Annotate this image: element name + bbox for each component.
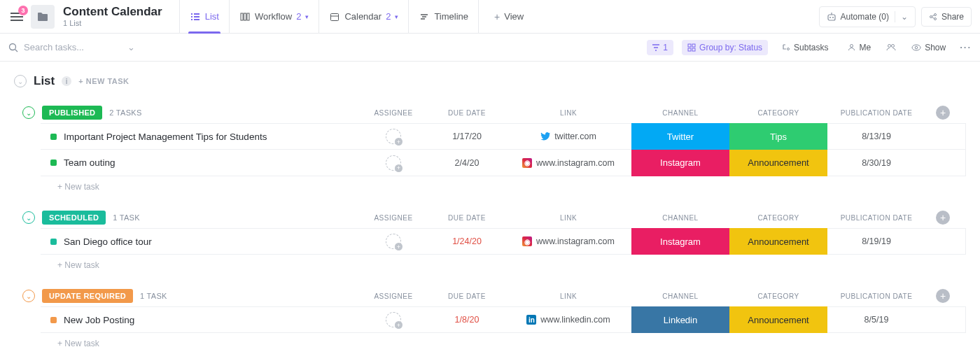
- column-header-due: DUE DATE: [428, 109, 505, 117]
- svg-rect-7: [244, 13, 246, 20]
- due-date[interactable]: 2/4/20: [428, 158, 505, 168]
- tab-list[interactable]: List: [179, 0, 230, 34]
- assignee-add-icon[interactable]: [386, 155, 401, 171]
- search-icon: [8, 43, 18, 52]
- column-header-link: LINK: [505, 292, 631, 300]
- svg-line-24: [15, 49, 18, 52]
- channel-tag[interactable]: Twitter: [631, 123, 729, 150]
- timeline-icon: [419, 11, 430, 22]
- column-header-assignee: ASSIGNEE: [358, 109, 428, 117]
- new-task-button[interactable]: + New task: [22, 255, 966, 270]
- new-task-button[interactable]: + New task: [22, 176, 966, 192]
- link-cell[interactable]: ◉www.instagram.com: [505, 158, 631, 168]
- svg-point-18: [930, 15, 932, 17]
- publication-date[interactable]: 8/5/19: [827, 315, 925, 325]
- add-column-button[interactable]: +: [936, 211, 950, 225]
- filter-button[interactable]: 1: [647, 40, 673, 55]
- svg-point-16: [832, 17, 834, 18]
- publication-date[interactable]: 8/19/19: [827, 236, 925, 246]
- add-view-button[interactable]: + View: [484, 0, 533, 34]
- category-tag[interactable]: Announcement: [729, 228, 827, 255]
- share-button[interactable]: Share: [921, 7, 972, 27]
- svg-rect-28: [692, 48, 695, 51]
- task-row[interactable]: San Diego office tour1/24/20◉www.instagr…: [41, 228, 966, 255]
- svg-line-22: [932, 17, 934, 18]
- add-column-button[interactable]: +: [936, 289, 950, 303]
- task-row[interactable]: New Job Posting1/8/20inwww.linkedin.comL…: [41, 306, 966, 333]
- due-date[interactable]: 1/8/20: [428, 315, 505, 325]
- category-tag[interactable]: Announcement: [729, 306, 827, 333]
- svg-point-33: [912, 45, 920, 50]
- collapse-group-icon[interactable]: ⌄: [22, 290, 35, 302]
- column-header-due: DUE DATE: [428, 214, 505, 222]
- column-header-link: LINK: [505, 214, 631, 222]
- group-by-button[interactable]: Group by: Status: [682, 40, 768, 55]
- instagram-icon: ◉: [522, 236, 532, 246]
- collapse-group-icon[interactable]: ⌄: [22, 106, 35, 119]
- link-cell[interactable]: ◉www.instagram.com: [505, 236, 631, 246]
- page-title: Content Calendar: [63, 6, 162, 19]
- svg-point-31: [888, 45, 891, 48]
- column-header-category: CATEGORY: [729, 292, 827, 300]
- more-menu[interactable]: ···: [960, 42, 972, 52]
- column-header-channel: CHANNEL: [631, 214, 729, 222]
- svg-rect-0: [191, 13, 192, 15]
- svg-rect-6: [241, 13, 243, 20]
- collapse-list-icon[interactable]: ⌄: [14, 75, 27, 87]
- status-square-icon: [50, 317, 57, 323]
- tab-workflow[interactable]: Workflow2▾: [230, 0, 319, 34]
- tab-label: Workflow: [255, 11, 292, 22]
- assignee-add-icon[interactable]: [386, 312, 401, 327]
- add-column-button[interactable]: +: [936, 106, 950, 120]
- svg-rect-4: [191, 19, 192, 20]
- publication-date[interactable]: 8/30/19: [827, 158, 925, 168]
- channel-tag[interactable]: Linkedin: [631, 306, 729, 333]
- task-row[interactable]: Important Project Management Tips for St…: [41, 123, 966, 150]
- subtasks-button[interactable]: Subtasks: [776, 40, 834, 55]
- info-icon[interactable]: i: [62, 76, 71, 86]
- new-task-button[interactable]: + New task: [22, 333, 966, 348]
- calendar-icon: [329, 11, 340, 22]
- channel-tag[interactable]: Instagram: [631, 228, 729, 255]
- column-header-link: LINK: [505, 109, 631, 117]
- svg-rect-14: [828, 15, 835, 20]
- menu-toggle[interactable]: 3: [8, 8, 25, 25]
- show-button[interactable]: Show: [906, 40, 951, 55]
- status-chip[interactable]: SCHEDULED: [42, 211, 106, 225]
- list-title: List: [34, 74, 55, 88]
- svg-rect-3: [194, 16, 200, 17]
- category-tag[interactable]: Announcement: [729, 150, 827, 176]
- svg-rect-8: [247, 13, 249, 20]
- page-subtitle: 1 List: [63, 19, 162, 27]
- tab-calendar[interactable]: Calendar2▾: [319, 0, 409, 34]
- chevron-down-icon: ▾: [395, 13, 398, 20]
- collapse-group-icon[interactable]: ⌄: [22, 211, 35, 224]
- assignees-button[interactable]: [885, 41, 897, 54]
- task-row[interactable]: Team outing2/4/20◉www.instagram.comInsta…: [41, 150, 966, 176]
- column-header-category: CATEGORY: [729, 109, 827, 117]
- column-header-assignee: ASSIGNEE: [358, 292, 428, 300]
- svg-point-34: [915, 46, 918, 49]
- new-task-button[interactable]: + NEW TASK: [78, 77, 129, 85]
- publication-date[interactable]: 8/13/19: [827, 132, 925, 141]
- category-tag[interactable]: Tips: [729, 123, 827, 150]
- chevron-down-icon[interactable]: ⌄: [127, 42, 135, 52]
- link-cell[interactable]: twitter.com: [505, 132, 631, 141]
- assignee-add-icon[interactable]: [386, 234, 401, 249]
- due-date[interactable]: 1/24/20: [428, 236, 505, 246]
- workflow-icon: [239, 11, 251, 22]
- due-date[interactable]: 1/17/20: [428, 132, 505, 141]
- tab-label: Calendar: [344, 11, 382, 22]
- chevron-down-icon: ▾: [305, 13, 309, 20]
- channel-tag[interactable]: Instagram: [631, 150, 729, 176]
- me-button[interactable]: Me: [842, 40, 876, 55]
- link-cell[interactable]: inwww.linkedin.com: [505, 315, 631, 325]
- column-header-pubdate: PUBLICATION DATE: [827, 109, 925, 117]
- search-input[interactable]: [24, 42, 122, 52]
- automate-button[interactable]: Automate (0) ⌄: [819, 6, 916, 27]
- tab-timeline[interactable]: Timeline: [409, 0, 479, 34]
- tab-label: Timeline: [434, 11, 468, 22]
- status-chip[interactable]: PUBLISHED: [42, 106, 102, 120]
- status-chip[interactable]: UPDATE REQUIRED: [42, 289, 133, 303]
- assignee-add-icon[interactable]: [386, 129, 401, 144]
